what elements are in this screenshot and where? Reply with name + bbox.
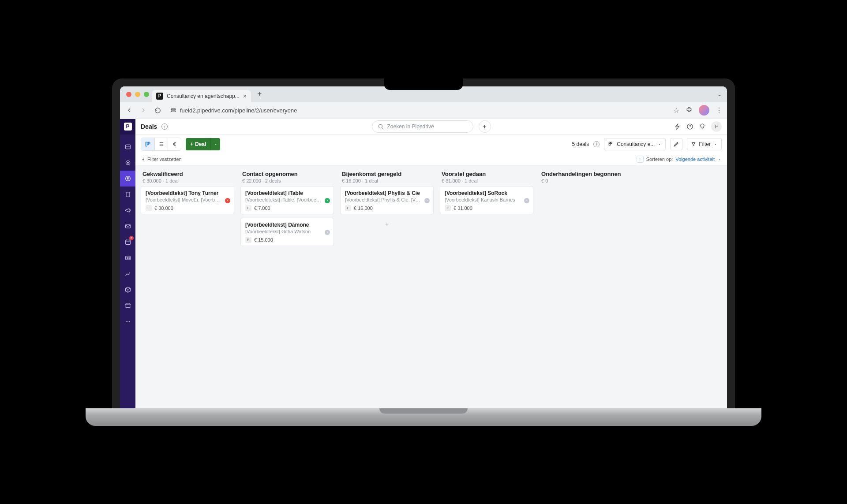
laptop-frame: P Consultancy en agentschapp... × + ⌄ fu… bbox=[112, 78, 735, 426]
app-header: Deals i Zoeken in Pipedrive + bbox=[135, 119, 727, 134]
browser-tab[interactable]: P Consultancy en agentschapp... × bbox=[152, 90, 251, 102]
sidebar-item-projects[interactable] bbox=[120, 187, 135, 202]
user-avatar[interactable]: F bbox=[711, 121, 722, 132]
owner-avatar-icon: F bbox=[345, 205, 351, 211]
add-deal-button[interactable]: +Deal bbox=[186, 138, 210, 150]
app: P 5 bbox=[120, 119, 727, 408]
quick-add-button[interactable]: + bbox=[479, 120, 491, 133]
card-title: [Voorbeeldtekst] SoRock bbox=[445, 190, 528, 196]
edit-pipeline-button[interactable] bbox=[670, 138, 682, 150]
euro-icon bbox=[172, 141, 178, 147]
search-input[interactable]: Zoeken in Pipedrive bbox=[372, 120, 473, 133]
deal-card[interactable]: [Voorbeeldtekst] Phyllis & Cie [Voorbeel… bbox=[340, 186, 434, 214]
kanban-column: Gekwalificeerd€ 30.000 · 1 deal [Voorbee… bbox=[141, 170, 234, 403]
store-icon bbox=[124, 302, 131, 309]
filter-button[interactable]: Filter bbox=[687, 138, 722, 150]
kanban-column: Onderhandelingen begonnen€ 0 bbox=[540, 170, 633, 403]
svg-rect-21 bbox=[611, 142, 612, 143]
svg-rect-18 bbox=[149, 142, 150, 144]
svg-point-11 bbox=[125, 321, 126, 321]
add-card-button[interactable]: + bbox=[340, 218, 434, 230]
deal-card[interactable]: [Voorbeeldtekst] iTable [Voorbeeldtekst]… bbox=[240, 186, 334, 214]
chrome-menu-icon[interactable]: ⋮ bbox=[716, 106, 723, 115]
automation-icon[interactable] bbox=[674, 123, 681, 130]
tab-close-icon[interactable]: × bbox=[243, 93, 247, 100]
extensions-icon[interactable] bbox=[686, 107, 693, 114]
sidebar-item-mail[interactable] bbox=[120, 218, 135, 234]
site-settings-icon bbox=[170, 107, 176, 113]
window-close-icon[interactable] bbox=[126, 92, 131, 97]
column-title: Onderhandelingen begonnen bbox=[541, 171, 631, 177]
sidebar-item-contacts[interactable] bbox=[120, 250, 135, 266]
sidebar-logo[interactable]: P bbox=[120, 119, 135, 134]
tab-overflow-icon[interactable]: ⌄ bbox=[716, 90, 723, 99]
activity-status-icon[interactable]: › bbox=[325, 230, 330, 235]
column-header[interactable]: Contact opgenomen€ 22.000 · 2 deals bbox=[240, 170, 334, 186]
pin-icon bbox=[141, 157, 146, 162]
card-list: [Voorbeeldtekst] iTable [Voorbeeldtekst]… bbox=[240, 186, 334, 246]
address-bar[interactable]: fueld2.pipedrive.com/pipeline/2/user/eve… bbox=[167, 107, 669, 114]
activities-badge: 5 bbox=[129, 236, 134, 240]
view-forecast-button[interactable] bbox=[168, 138, 181, 150]
svg-rect-20 bbox=[609, 144, 611, 145]
sidebar-item-products[interactable] bbox=[120, 282, 135, 298]
target-icon bbox=[124, 159, 131, 166]
add-deal-label: Deal bbox=[195, 141, 206, 147]
sidebar-item-insights[interactable] bbox=[120, 266, 135, 282]
new-tab-button[interactable]: + bbox=[254, 88, 266, 101]
lightbulb-icon[interactable] bbox=[699, 123, 706, 130]
pin-filter-button[interactable]: Filter vastzetten bbox=[141, 157, 182, 162]
sidebar-item-deals[interactable] bbox=[120, 171, 135, 187]
add-deal-dropdown-button[interactable] bbox=[210, 138, 220, 150]
column-subtitle: € 22.000 · 2 deals bbox=[242, 178, 332, 183]
info-icon[interactable]: i bbox=[161, 123, 168, 130]
sidebar-item-focus[interactable] bbox=[120, 155, 135, 171]
activity-status-icon[interactable]: › bbox=[424, 198, 430, 203]
sort-direction-icon[interactable]: ↑ bbox=[637, 156, 644, 163]
caret-down-icon bbox=[214, 142, 218, 146]
url-text: fueld2.pipedrive.com/pipeline/2/user/eve… bbox=[180, 107, 297, 114]
sort-control[interactable]: ↑ Sorteren op: Volgende activiteit bbox=[637, 156, 722, 163]
sidebar-item-activities[interactable]: 5 bbox=[120, 234, 135, 250]
laptop-screen-bezel: P Consultancy en agentschapp... × + ⌄ fu… bbox=[112, 78, 735, 408]
card-amount: € 31.000 bbox=[453, 205, 472, 211]
nav-forward-button[interactable] bbox=[139, 105, 148, 115]
activity-status-icon[interactable]: › bbox=[325, 198, 330, 203]
deal-card[interactable]: [Voorbeeldtekst] Tony Turner [Voorbeeldt… bbox=[141, 186, 234, 214]
svg-rect-8 bbox=[125, 240, 130, 244]
view-kanban-button[interactable] bbox=[141, 138, 154, 150]
chrome-profile-avatar[interactable] bbox=[699, 105, 709, 116]
card-org: [Voorbeeldtekst] MoveEr, [Voorbeeldtekst… bbox=[146, 197, 229, 202]
help-icon[interactable] bbox=[686, 123, 693, 130]
sidebar-item-marketplace[interactable] bbox=[120, 298, 135, 314]
column-header[interactable]: Gekwalificeerd€ 30.000 · 1 deal bbox=[141, 170, 234, 186]
column-header[interactable]: Onderhandelingen begonnen€ 0 bbox=[540, 170, 633, 186]
sidebar-item-campaigns[interactable] bbox=[120, 202, 135, 218]
view-list-button[interactable] bbox=[154, 138, 168, 150]
app-main: Deals i Zoeken in Pipedrive + bbox=[135, 119, 727, 408]
kanban-column: Bijeenkomst geregeld€ 16.000 · 1 deal [V… bbox=[340, 170, 434, 403]
column-subtitle: € 16.000 · 1 deal bbox=[342, 178, 432, 183]
owner-avatar-icon: F bbox=[445, 205, 451, 211]
deal-card[interactable]: [Voorbeeldtekst] Damone [Voorbeeldtekst]… bbox=[240, 218, 334, 246]
activity-status-icon[interactable]: ‹ bbox=[225, 198, 230, 203]
window-maximize-icon[interactable] bbox=[144, 92, 149, 97]
nav-reload-button[interactable] bbox=[153, 105, 162, 115]
bookmark-icon[interactable]: ☆ bbox=[673, 106, 679, 115]
sidebar-item-more[interactable] bbox=[120, 314, 135, 329]
column-header[interactable]: Voorstel gedaan€ 31.000 · 1 deal bbox=[440, 170, 533, 186]
card-footer: F € 31.000 bbox=[445, 205, 528, 211]
deals-count-info-icon[interactable]: i bbox=[593, 141, 600, 147]
column-title: Voorstel gedaan bbox=[442, 171, 532, 177]
window-minimize-icon[interactable] bbox=[135, 92, 140, 97]
nav-back-button[interactable] bbox=[124, 105, 134, 115]
column-header[interactable]: Bijeenkomst geregeld€ 16.000 · 1 deal bbox=[340, 170, 434, 186]
kanban-board: Gekwalificeerd€ 30.000 · 1 deal [Voorbee… bbox=[135, 165, 727, 408]
sidebar-item-leads[interactable] bbox=[120, 139, 135, 155]
activity-status-icon[interactable]: › bbox=[524, 198, 529, 203]
card-org: [Voorbeeldtekst] Githa Watson bbox=[245, 229, 329, 234]
sub-toolbar: Filter vastzetten ↑ Sorteren op: Volgend… bbox=[135, 154, 727, 165]
deal-card[interactable]: [Voorbeeldtekst] SoRock [Voorbeeldtekst]… bbox=[440, 186, 533, 214]
pipeline-selector[interactable]: Consultancy e... bbox=[604, 138, 666, 150]
card-footer: F € 15.000 bbox=[245, 237, 329, 243]
